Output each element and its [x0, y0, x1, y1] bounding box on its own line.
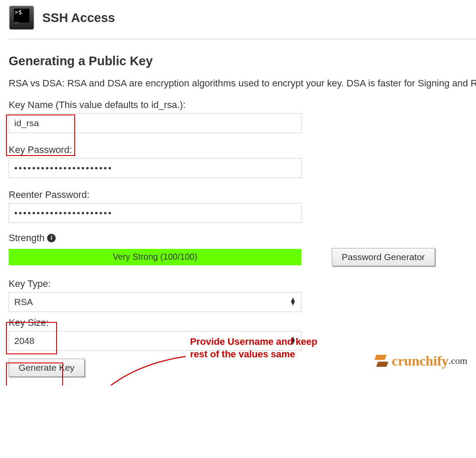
- section-title: Generating a Public Key: [9, 54, 476, 68]
- key-name-input[interactable]: [9, 113, 301, 133]
- terminal-icon: >$ _: [9, 5, 35, 30]
- info-icon[interactable]: i: [47, 234, 56, 242]
- password-generator-button[interactable]: Password Generator: [332, 248, 435, 266]
- generate-key-button[interactable]: Generate Key: [9, 359, 85, 377]
- strength-label: Strength: [9, 232, 44, 244]
- section-description: RSA vs DSA: RSA and DSA are encryption a…: [9, 77, 476, 90]
- key-name-label: Key Name (This value defaults to id_rsa.…: [9, 99, 186, 111]
- reenter-password-input[interactable]: [9, 203, 301, 223]
- key-type-label: Key Type:: [9, 278, 51, 289]
- logo-icon: [374, 355, 388, 367]
- strength-text: Very Strong (100/100): [113, 252, 197, 262]
- strength-meter: Very Strong (100/100): [9, 249, 301, 265]
- key-size-select[interactable]: [9, 331, 301, 351]
- page-title: SSH Access: [42, 11, 115, 25]
- key-size-label: Key Size:: [9, 317, 49, 328]
- key-password-label: Key Password:: [9, 144, 72, 156]
- key-type-select[interactable]: [9, 292, 301, 312]
- main-content: Generating a Public Key RSA vs DSA: RSA …: [9, 54, 476, 377]
- reenter-password-label: Reenter Password:: [9, 189, 89, 200]
- key-password-input[interactable]: [9, 158, 301, 178]
- crunchify-logo: crunchify.com: [374, 353, 467, 369]
